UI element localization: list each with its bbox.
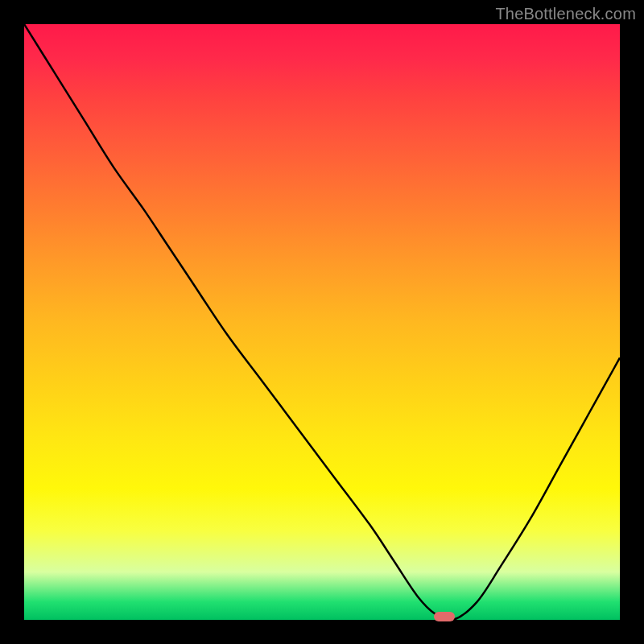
bottleneck-curve-path — [24, 24, 620, 620]
bottleneck-chart: TheBottleneck.com — [0, 0, 644, 644]
optimal-point-marker — [434, 612, 455, 621]
watermark-text: TheBottleneck.com — [495, 5, 636, 23]
curve-layer — [24, 24, 620, 620]
plot-area — [24, 24, 620, 620]
